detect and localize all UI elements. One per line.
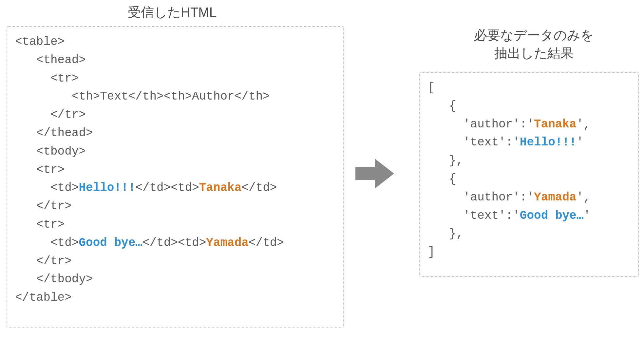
code-line: <table> bbox=[15, 35, 65, 48]
heading-received-html: 受信したHTML bbox=[128, 3, 217, 21]
value-text-hello: Hello!!! bbox=[79, 181, 135, 195]
code-seg: ' bbox=[583, 209, 591, 222]
heading-right-line2: 抽出した結果 bbox=[494, 46, 574, 60]
code-line: </tr> bbox=[15, 108, 86, 122]
code-line: <tbody> bbox=[15, 145, 86, 158]
box-extracted-json: [ { 'author':'Tanaka', 'text':'Hello!!!'… bbox=[419, 72, 639, 277]
heading-right-line1: 必要なデータのみを bbox=[474, 28, 594, 42]
code-extracted-json: [ { 'author':'Tanaka', 'text':'Hello!!!'… bbox=[428, 79, 630, 261]
box-html-source: <table> <thead> <tr> <th>Text</th><th>Au… bbox=[7, 26, 344, 328]
code-seg: <td> bbox=[15, 181, 79, 195]
code-seg: 'author':' bbox=[428, 191, 534, 204]
code-html-source: <table> <thead> <tr> <th>Text</th><th>Au… bbox=[15, 33, 335, 307]
code-line: { bbox=[428, 99, 456, 113]
code-line: </thead> bbox=[15, 126, 93, 140]
json-text-goodbye: Good bye… bbox=[520, 209, 583, 222]
svg-marker-0 bbox=[355, 159, 394, 188]
code-line: <thead> bbox=[15, 53, 86, 67]
code-line: }, bbox=[428, 227, 463, 240]
code-seg: ' bbox=[577, 136, 584, 149]
code-line: { bbox=[428, 172, 456, 186]
code-line: <tr> bbox=[15, 218, 65, 231]
json-author-tanaka: Tanaka bbox=[534, 118, 577, 131]
code-line: [ bbox=[428, 81, 435, 94]
value-author-yamada: Yamada bbox=[206, 236, 249, 250]
code-seg: 'text':' bbox=[428, 209, 520, 222]
heading-extracted-result: 必要なデータのみを 抽出した結果 bbox=[457, 26, 611, 62]
value-text-goodbye: Good bye… bbox=[79, 236, 142, 250]
code-line: </tbody> bbox=[15, 272, 93, 286]
diagram-canvas: 受信したHTML 必要なデータのみを 抽出した結果 <table> <thead… bbox=[0, 0, 644, 338]
code-line: </tr> bbox=[15, 254, 72, 268]
code-line: ] bbox=[428, 245, 435, 259]
code-line: }, bbox=[428, 154, 463, 167]
code-seg: </td> bbox=[241, 181, 277, 195]
value-author-tanaka: Tanaka bbox=[199, 181, 242, 195]
code-line: <tr> bbox=[15, 163, 65, 177]
json-text-hello: Hello!!! bbox=[520, 136, 577, 149]
code-seg: 'text':' bbox=[428, 136, 520, 149]
code-seg: 'author':' bbox=[428, 118, 534, 131]
code-seg: ', bbox=[577, 191, 591, 204]
arrow-icon bbox=[355, 157, 395, 190]
code-seg: <td> bbox=[15, 236, 79, 250]
code-seg: ', bbox=[577, 118, 591, 131]
code-line: </tr> bbox=[15, 199, 72, 213]
code-line: <th>Text</th><th>Author</th> bbox=[15, 90, 270, 103]
code-seg: </td><td> bbox=[135, 181, 199, 195]
code-seg: </td><td> bbox=[142, 236, 206, 250]
code-line: <tr> bbox=[15, 72, 79, 85]
code-line: </table> bbox=[15, 291, 72, 304]
json-author-yamada: Yamada bbox=[534, 191, 577, 204]
code-seg: </td> bbox=[249, 236, 284, 250]
